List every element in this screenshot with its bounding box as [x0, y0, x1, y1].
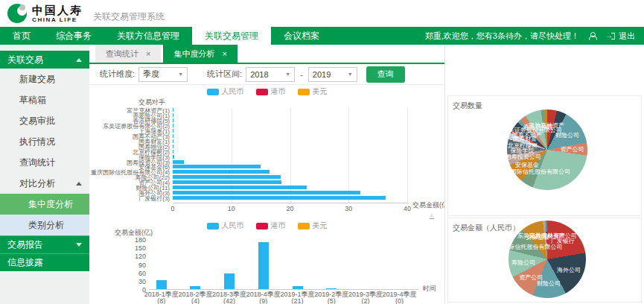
range-from-select[interactable]: 2018 ▼ [246, 67, 295, 82]
pie-slice-label: 北京柠檬树 [508, 142, 538, 148]
legend-item-美元[interactable]: 美元 [298, 86, 328, 97]
tab-集中度分析[interactable]: 集中度分析× [163, 45, 237, 63]
amount-pie-card: 交易金额（人民币） 广发银行海外公司财险公司资产公司寿险公司重庆国际信托股份有限… [447, 218, 642, 303]
legend-item-美元[interactable]: 美元 [298, 221, 328, 231]
sidebar-item-执行情况[interactable]: 执行情况 [0, 131, 89, 152]
sidebar-item-信息披露[interactable]: 信息披露 [0, 253, 89, 271]
bar-chart-axis-title: 交易对手 [138, 98, 165, 107]
pie-slice-label: 海外公司 [557, 267, 581, 273]
sidebar-item-label: 交易审批 [19, 115, 55, 127]
bar [156, 280, 167, 289]
china-life-logo-icon [7, 4, 27, 23]
bar [326, 288, 337, 289]
y-tick-label: 120 [116, 253, 146, 260]
bar [173, 191, 360, 194]
sidebar-item-label: 对比分析 [19, 177, 55, 190]
nav-item-关联交易管理[interactable]: 关联交易管理 [192, 27, 271, 45]
sidebar-item-新建交易[interactable]: 新建交易 [0, 69, 89, 89]
brand-name-en: CHINA LIFE [32, 17, 83, 23]
legend-label: 人民币 [222, 86, 244, 97]
logout-label: 退出 [619, 31, 635, 42]
gridline [407, 108, 408, 203]
pie-slice-label: 富兰克林资产 [529, 232, 565, 238]
count-pie-card: 交易数量 财险公司资产公司重庆国际信托股份有限公司安保基金国寿投资公司保险学院北… [447, 95, 642, 216]
bar [173, 155, 174, 159]
nav-item-关联方信息管理[interactable]: 关联方信息管理 [104, 27, 192, 45]
bar [173, 170, 270, 174]
logout-door-icon [611, 33, 615, 39]
legend-item-人民币[interactable]: 人民币 [207, 86, 244, 97]
x-axis-line [149, 289, 418, 290]
sidebar-item-交易审批[interactable]: 交易审批 [0, 110, 89, 131]
legend-item-人民币[interactable]: 人民币 [207, 221, 244, 231]
pie-slice-label: 资产公司 [519, 273, 543, 280]
x-tick-label: 10 [228, 205, 235, 212]
sidebar-item-label: 类别分析 [28, 219, 64, 232]
caret-up-icon [76, 58, 82, 62]
sidebar-item-对比分析[interactable]: 对比分析 [0, 173, 89, 194]
nav-item-首页[interactable]: 首页 [0, 27, 43, 45]
dimension-select[interactable]: 季度 ▼ [138, 67, 188, 82]
bar-chart-xlabel: 交易金额(亿) [412, 200, 444, 210]
sidebar-item-label: 关联交易 [7, 54, 43, 66]
user-icon[interactable] [588, 32, 596, 40]
sidebar-item-草稿箱[interactable]: 草稿箱 [0, 89, 89, 110]
charts-area: 人民币港币美元 交易对手 交易金额(亿) ↓ 人民币港币美元 交易金额(亿) 时… [89, 85, 444, 304]
range-separator: - [300, 70, 303, 79]
bar [173, 180, 281, 184]
bar [173, 129, 173, 133]
legend-item-港币[interactable]: 港币 [256, 86, 286, 97]
range-to-select[interactable]: 2019 ▼ [308, 67, 357, 82]
legend-chip [207, 223, 219, 229]
legend-chip [298, 223, 310, 229]
sidebar-item-集中度分析[interactable]: 集中度分析 [0, 194, 89, 215]
bar [258, 242, 269, 289]
chevron-down-icon: ▼ [285, 72, 290, 77]
bar [173, 134, 173, 138]
sidebar-item-查询统计[interactable]: 查询统计 [0, 152, 89, 173]
sidebar: 关联交易新建交易草稿箱交易审批执行情况查询统计对比分析集中度分析类别分析交易报告… [0, 45, 89, 304]
download-icon[interactable]: ↓ [430, 212, 435, 219]
close-icon[interactable]: × [222, 50, 226, 58]
close-icon[interactable]: × [146, 50, 150, 58]
legend-label: 美元 [313, 221, 328, 231]
bar [190, 286, 200, 289]
bar [173, 150, 173, 153]
dimension-label: 统计维度: [100, 69, 135, 80]
pie-slice-label: 财险公司 [537, 280, 561, 287]
main-nav: 首页综合事务关联方信息管理关联交易管理会议档案 郑重,欢迎您，您有3条待办，请尽… [0, 27, 644, 45]
nav-item-会议档案[interactable]: 会议档案 [271, 27, 332, 45]
legend-label: 港币 [271, 221, 286, 231]
bar [224, 273, 235, 289]
tab-查询统计[interactable]: 查询统计× [95, 45, 161, 63]
pie-slice-label: 国寿投资公司 [506, 153, 541, 159]
top-brand-bar: 中国人寿 CHINA LIFE 关联交易管理系统 [0, 0, 644, 27]
bar [173, 118, 173, 122]
sidebar-item-关联交易[interactable]: 关联交易 [0, 51, 89, 69]
x-tick-label: 20 [286, 205, 293, 212]
nav-item-综合事务[interactable]: 综合事务 [43, 27, 104, 45]
system-title: 关联交易管理系统 [93, 10, 165, 23]
legend-chip [298, 89, 310, 95]
pie-slice-label: 资产公司 [560, 146, 584, 153]
bar [173, 186, 307, 189]
bar-row-label: 广发银行(3) [138, 196, 170, 201]
legend-item-港币[interactable]: 港币 [256, 221, 286, 231]
chevron-down-icon: ▼ [178, 72, 183, 77]
bar [173, 145, 173, 148]
sidebar-item-交易报告[interactable]: 交易报告 [0, 235, 89, 253]
welcome-message: 郑重,欢迎您，您有3条待办，请尽快处理！ [425, 31, 579, 42]
caret-up-icon [76, 182, 82, 186]
pie-slice-label: 寿险公司 [511, 259, 535, 265]
legend-label: 港币 [271, 86, 286, 97]
bar [173, 113, 173, 117]
y-tick-label: 90 [116, 262, 146, 269]
logout-button[interactable]: → 退出 [605, 31, 635, 42]
search-button[interactable]: 查询 [366, 66, 405, 83]
y-tick-label: 60 [116, 270, 146, 277]
pie-panel: 交易数量 财险公司资产公司重庆国际信托股份有限公司安保基金国寿投资公司保险学院北… [444, 45, 644, 304]
bar [173, 160, 184, 164]
x-axis-line [173, 203, 409, 203]
bar [173, 175, 281, 179]
sidebar-item-类别分析[interactable]: 类别分析 [0, 215, 89, 235]
